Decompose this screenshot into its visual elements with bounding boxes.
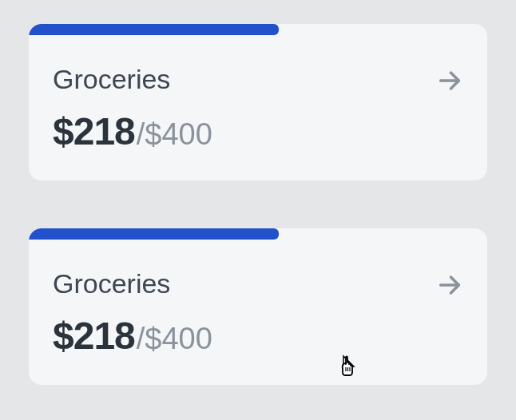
amount-spent: $218 <box>53 314 135 358</box>
arrow-right-icon <box>436 271 463 302</box>
arrow-right-icon <box>436 67 463 97</box>
budget-card-groceries[interactable]: Groceries $218 /$400 <box>29 228 487 385</box>
amount-spent: $218 <box>53 109 135 153</box>
amount-row: $218 /$400 <box>53 314 212 358</box>
category-label: Groceries <box>53 268 212 299</box>
progress-bar <box>29 228 279 240</box>
budget-card-groceries[interactable]: Groceries $218 /$400 <box>29 24 487 180</box>
category-label: Groceries <box>53 64 212 95</box>
amount-total: /$400 <box>137 322 212 356</box>
amount-row: $218 /$400 <box>53 109 212 153</box>
progress-bar <box>29 24 279 35</box>
amount-total: /$400 <box>137 117 212 152</box>
